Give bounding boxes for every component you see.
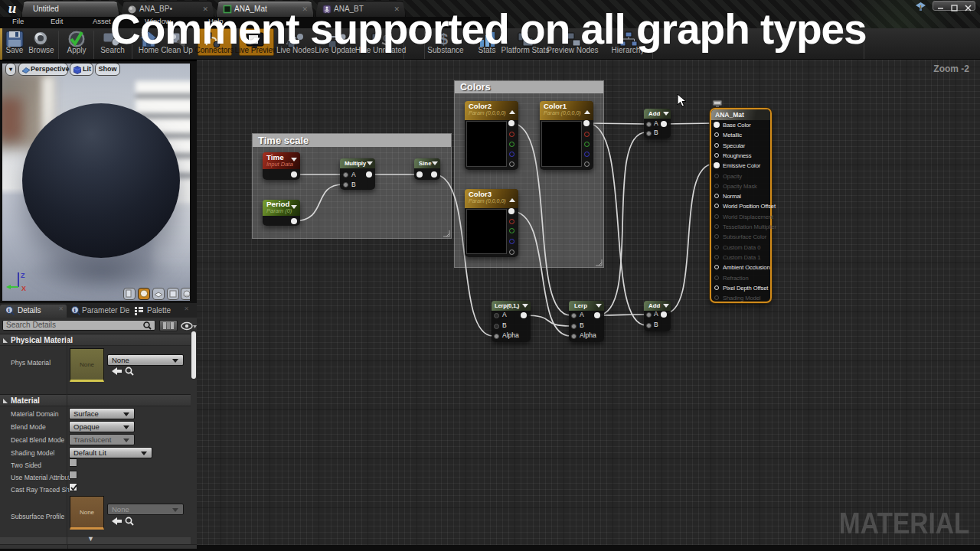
svg-text:X: X [21,285,26,292]
svg-text:Z: Z [21,272,25,279]
